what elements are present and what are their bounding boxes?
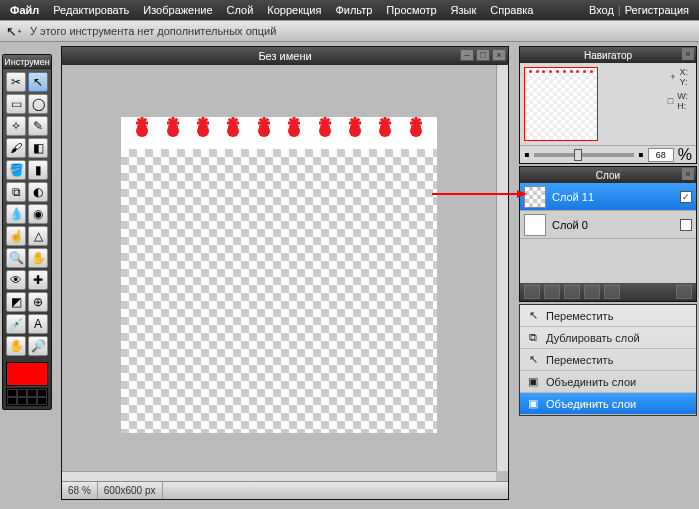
gradient-tool[interactable]: ▮ [28, 160, 48, 180]
menu-layer[interactable]: Слой [221, 2, 260, 18]
document-window: Без имени – □ × [61, 46, 509, 500]
document-titlebar[interactable]: Без имени – □ × [62, 47, 508, 65]
wand-tool[interactable]: ✧ [6, 116, 26, 136]
settings-button[interactable] [676, 285, 692, 299]
heal-tool[interactable]: ✚ [28, 270, 48, 290]
menu-view[interactable]: Просмотр [380, 2, 442, 18]
close-icon[interactable]: × [682, 168, 694, 180]
hand-tool[interactable]: ✋ [6, 336, 26, 356]
document-title: Без имени [258, 50, 311, 62]
delete-layer-button[interactable] [564, 285, 580, 299]
type-tool[interactable]: A [28, 314, 48, 334]
move-tool-icon: ↖+ [6, 23, 22, 39]
sponge-tool[interactable]: ◉ [28, 204, 48, 224]
menu-edit[interactable]: Редактировать [47, 2, 135, 18]
eyedrop-tool[interactable]: 💉 [6, 314, 26, 334]
crosshair-icon: + [670, 72, 675, 82]
bucket-tool[interactable]: 🪣 [6, 160, 26, 180]
context-menu: ↖Переместить ⧉Дублировать слой ↖Перемест… [519, 304, 697, 416]
sharpen-tool[interactable]: △ [28, 226, 48, 246]
zoom-tool[interactable]: 🔎 [28, 336, 48, 356]
pencil-tool[interactable]: ✎ [28, 116, 48, 136]
layer-row[interactable]: Слой 11 ✓ [520, 183, 696, 211]
ctx-merge-layers[interactable]: ▣Объединить слои [520, 393, 696, 415]
zoom-unit: % [678, 146, 692, 164]
gear-shape [225, 123, 241, 139]
menu-language[interactable]: Язык [445, 2, 483, 18]
menu-correction[interactable]: Коррекция [261, 2, 327, 18]
gear-shapes-row [121, 123, 437, 143]
gear-shape [286, 123, 302, 139]
color-swatches[interactable] [6, 388, 48, 406]
marquee-tool[interactable]: ▭ [6, 94, 26, 114]
visibility-checkbox[interactable] [680, 219, 692, 231]
eraser-tool[interactable]: ◧ [28, 138, 48, 158]
layer-thumbnail[interactable] [524, 186, 546, 208]
burn-tool[interactable]: ✋ [28, 248, 48, 268]
smudge-tool[interactable]: ☝ [6, 226, 26, 246]
down-button[interactable] [604, 285, 620, 299]
layers-footer [520, 283, 696, 301]
ctx-move[interactable]: ↖Переместить [520, 349, 696, 371]
layer-name[interactable]: Слой 0 [552, 219, 588, 231]
maximize-button[interactable]: □ [476, 49, 490, 61]
redeye-tool[interactable]: 👁 [6, 270, 26, 290]
minimize-button[interactable]: – [460, 49, 474, 61]
horizontal-scrollbar[interactable] [62, 471, 496, 481]
replace-tool[interactable]: ◐ [28, 182, 48, 202]
move-tool[interactable]: ↖ [28, 72, 48, 92]
navigator-thumbnail[interactable] [524, 67, 598, 141]
lasso-tool[interactable]: ◯ [28, 94, 48, 114]
zoom-slider[interactable]: ▪ ▪ 68 % [520, 145, 696, 163]
color-picker[interactable] [6, 362, 48, 406]
layers-panel: Слои× Слой 11 ✓ Слой 0 [519, 166, 697, 302]
layer-thumbnail[interactable] [524, 214, 546, 236]
options-bar: ↖+ У этого инструмента нет дополнительны… [0, 20, 699, 42]
menubar: Файл Редактировать Изображение Слой Корр… [0, 0, 699, 20]
ctx-move[interactable]: ↖Переместить [520, 305, 696, 327]
slider-thumb[interactable] [574, 149, 582, 161]
vertical-scrollbar[interactable] [496, 65, 508, 471]
zoom-out-icon[interactable]: ▪ [524, 146, 530, 164]
dodge-tool[interactable]: 🔍 [6, 248, 26, 268]
close-button[interactable]: × [492, 49, 506, 61]
new-layer-button[interactable] [524, 285, 540, 299]
zoom-input[interactable]: 68 [648, 148, 674, 162]
merge-icon: ▣ [526, 397, 540, 411]
gear-shape [317, 123, 333, 139]
blur-tool[interactable]: 💧 [6, 204, 26, 224]
toolbox-title: Инструмен [3, 55, 51, 69]
close-icon[interactable]: × [682, 48, 694, 60]
duplicate-icon: ⧉ [526, 331, 540, 345]
move-icon: ↖ [526, 353, 540, 367]
auth-links: Вход | Регистрация [589, 4, 695, 16]
options-message: У этого инструмента нет дополнительных о… [30, 25, 276, 37]
up-button[interactable] [584, 285, 600, 299]
foreground-color[interactable] [6, 362, 48, 386]
menu-filter[interactable]: Фильтр [329, 2, 378, 18]
ctx-duplicate-layer[interactable]: ⧉Дублировать слой [520, 327, 696, 349]
crop-tool[interactable]: ✂ [6, 72, 26, 92]
move-icon: ↖ [526, 309, 540, 323]
zoom-in-icon[interactable]: ▪ [638, 146, 644, 164]
login-link[interactable]: Вход [589, 4, 614, 16]
canvas[interactable] [121, 117, 437, 433]
register-link[interactable]: Регистрация [625, 4, 689, 16]
merge-icon: ▣ [526, 375, 540, 389]
brush-tool[interactable]: 🖌 [6, 138, 26, 158]
clone-tool[interactable]: ⧉ [6, 182, 26, 202]
menu-file[interactable]: Файл [4, 2, 45, 18]
gear-shape [377, 123, 393, 139]
mask-button[interactable] [544, 285, 560, 299]
layer-name[interactable]: Слой 11 [552, 191, 594, 203]
bloat-tool[interactable]: ⊕ [28, 292, 48, 312]
menu-help[interactable]: Справка [484, 2, 539, 18]
visibility-checkbox[interactable]: ✓ [680, 191, 692, 203]
menu-image[interactable]: Изображение [137, 2, 218, 18]
shape-tool[interactable]: ◩ [6, 292, 26, 312]
gear-shape [408, 123, 424, 139]
ctx-merge-layers[interactable]: ▣Объединить слои [520, 371, 696, 393]
canvas-area[interactable] [62, 65, 496, 471]
gear-shape [165, 123, 181, 139]
layer-row[interactable]: Слой 0 [520, 211, 696, 239]
